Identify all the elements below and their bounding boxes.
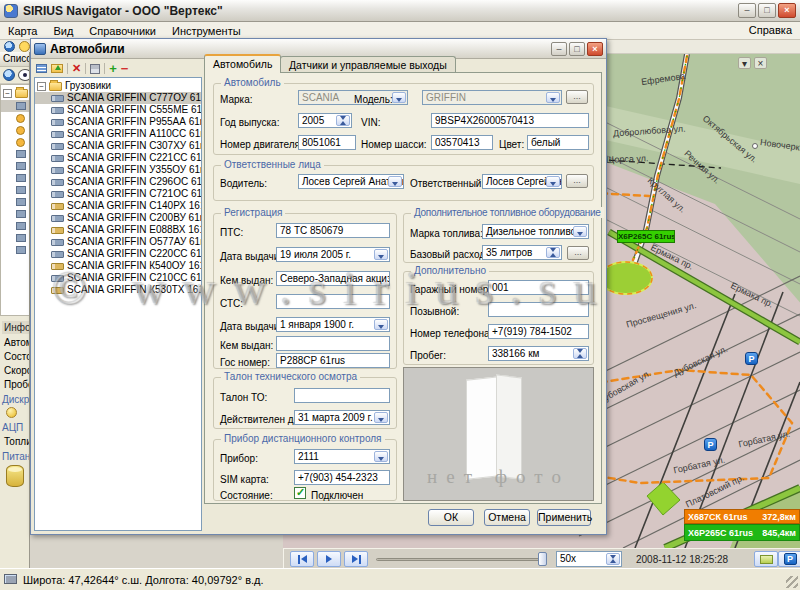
expander-icon[interactable]: − [37, 82, 46, 91]
tree-root-row[interactable]: − Грузовики [35, 80, 201, 92]
map-close-button[interactable]: × [754, 57, 767, 69]
tree-item[interactable]: SCANIA GRIFFIN У355ОУ 61rus [35, 164, 201, 176]
search-icon[interactable] [19, 41, 30, 52]
remove-icon[interactable]: − [121, 63, 129, 74]
chevron-down-icon[interactable] [374, 412, 388, 423]
tree-item[interactable]: SCANIA GRIFFIN С555МЕ 61rus [35, 104, 201, 116]
globe-icon[interactable] [3, 69, 15, 81]
globe-icon[interactable] [4, 41, 15, 52]
resize-grip[interactable] [786, 576, 798, 588]
chevron-down-icon[interactable] [388, 176, 402, 187]
tree-item-stub[interactable] [1, 124, 30, 136]
device-select[interactable]: 2111 [294, 449, 390, 464]
expander-icon[interactable]: − [3, 89, 12, 98]
model-more-button[interactable]: ... [566, 90, 588, 104]
visibility-icon[interactable] [18, 69, 30, 81]
tree-item-stub[interactable] [1, 172, 30, 184]
slider-thumb[interactable] [538, 552, 547, 566]
fuel-more-button[interactable]: ... [567, 246, 589, 260]
sidebar-tree[interactable]: − Грузовики [0, 84, 30, 316]
vehicle-map-label[interactable]: Х6Р265С 61rus [617, 230, 675, 243]
chevron-down-icon[interactable] [374, 451, 388, 462]
minimize-icon[interactable]: – [551, 42, 567, 56]
ticket-field[interactable] [294, 388, 390, 403]
list-view-icon[interactable] [36, 64, 47, 73]
speed-stepper[interactable]: 50x [556, 551, 622, 567]
tree-item[interactable]: SCANIA GRIFFIN К540ОУ 161rus [35, 260, 201, 272]
tree-item-stub[interactable] [1, 112, 30, 124]
skip-start-button[interactable] [290, 551, 314, 567]
add-icon[interactable]: + [109, 63, 117, 74]
parking-icon[interactable]: P [704, 438, 717, 451]
menu-item[interactable]: Вид [45, 23, 81, 39]
show-parkings-button[interactable]: P [778, 551, 800, 567]
tree-item[interactable]: SCANIA GRIFFIN К530ТХ 161rus [35, 284, 201, 296]
vin-field[interactable]: 9BSP4X26000570413 [431, 113, 589, 128]
tree-item-stub[interactable] [1, 136, 30, 148]
responsible-select[interactable]: Лосев Сергей Анатоль [482, 174, 562, 189]
engine-field[interactable]: 8051061 [298, 135, 356, 150]
add-group-icon[interactable] [51, 64, 63, 73]
tree-item[interactable]: SCANIA GRIFFIN О577АУ 61rus [35, 236, 201, 248]
menu-item[interactable]: Справочники [81, 23, 164, 39]
close-icon[interactable]: × [587, 42, 603, 56]
chevron-down-icon[interactable] [573, 226, 587, 237]
spinner-arrows-icon[interactable] [336, 115, 350, 126]
vehicle-photo-button[interactable] [754, 551, 778, 567]
persons-more-button[interactable]: ... [566, 174, 588, 188]
chevron-down-icon[interactable] [392, 92, 406, 103]
issuer2-field[interactable] [276, 336, 390, 351]
chevron-down-icon[interactable] [546, 176, 560, 187]
fuel-rate-stepper[interactable]: 35 литров [482, 245, 562, 260]
tree-item[interactable]: SCANIA GRIFFIN С220СС 61rus [35, 248, 201, 260]
issue-date-select[interactable]: 19 июля 2005 г. [276, 247, 390, 262]
tree-item[interactable]: SCANIA GRIFFIN Р955АА 61rus [35, 116, 201, 128]
maximize-icon[interactable]: □ [758, 3, 776, 18]
chevron-down-icon[interactable] [546, 92, 560, 103]
tree-item[interactable]: SCANIA GRIFFIN С210СС 61rus [35, 272, 201, 284]
menu-item[interactable]: Карта [0, 23, 45, 39]
year-stepper[interactable]: 2005 [298, 113, 352, 128]
plate-field[interactable]: Р288СР 61rus [276, 353, 390, 368]
tree-item[interactable]: SCANIA GRIFFIN С777ОУ 61rus [35, 92, 201, 104]
skip-end-button[interactable] [344, 551, 368, 567]
delete-icon[interactable]: ✕ [72, 63, 81, 74]
apply-button[interactable]: Применить [537, 509, 591, 526]
tab-sensors[interactable]: Датчики и управляемые выходы [280, 56, 456, 73]
cancel-button[interactable]: Отмена [484, 509, 530, 526]
pts-field[interactable]: 78 ТС 850679 [276, 223, 390, 238]
tab-vehicle[interactable]: Автомобиль [204, 54, 281, 73]
sim-field[interactable]: +7(903) 454-2323 [294, 470, 390, 485]
tree-item-stub[interactable] [1, 196, 30, 208]
connected-checkbox[interactable] [294, 487, 306, 499]
chevron-down-icon[interactable] [374, 249, 388, 260]
issue-date2-select[interactable]: 1 января 1900 г. [276, 317, 390, 332]
tree-item-stub[interactable] [1, 160, 30, 172]
spinner-arrows-icon[interactable] [606, 553, 620, 565]
tree-item-stub[interactable] [1, 184, 30, 196]
tree-item[interactable]: SCANIA GRIFFIN А110СС 61rus [35, 128, 201, 140]
tree-item-stub[interactable] [1, 232, 30, 244]
tree-item-stub[interactable] [1, 208, 30, 220]
model-select[interactable]: GRIFFIN [422, 90, 562, 105]
menu-item-help[interactable]: Справка [749, 24, 792, 36]
sts-field[interactable] [276, 294, 390, 309]
spinner-arrows-icon[interactable] [573, 348, 587, 359]
menu-item[interactable]: Инструменты [164, 23, 249, 39]
tree-item[interactable]: SCANIA GRIFFIN С307ХУ 61rus [35, 140, 201, 152]
garage-field[interactable]: 001 [488, 280, 589, 295]
tree-item[interactable]: SCANIA GRIFFIN С140РХ 161rus [35, 200, 201, 212]
tree-item-stub[interactable] [1, 100, 30, 112]
tree-item[interactable]: SCANIA GRIFFIN С221СС 61rus [35, 152, 201, 164]
phone-field[interactable]: +7(919) 784-1502 [488, 324, 589, 339]
maximize-icon[interactable]: □ [569, 42, 585, 56]
tree-item[interactable]: SCANIA GRIFFIN С200ВУ 61rus [35, 212, 201, 224]
close-icon[interactable]: × [778, 3, 796, 18]
tree-item-stub[interactable] [1, 148, 30, 160]
driver-select[interactable]: Лосев Сергей Анатоль [298, 174, 404, 189]
tree-item-stub[interactable] [1, 244, 30, 256]
play-button[interactable] [317, 551, 341, 567]
fuel-brand-select[interactable]: Дизельное топливо [482, 224, 589, 239]
chassis-field[interactable]: 03570413 [431, 135, 493, 150]
ok-button[interactable]: ОК [428, 509, 474, 526]
